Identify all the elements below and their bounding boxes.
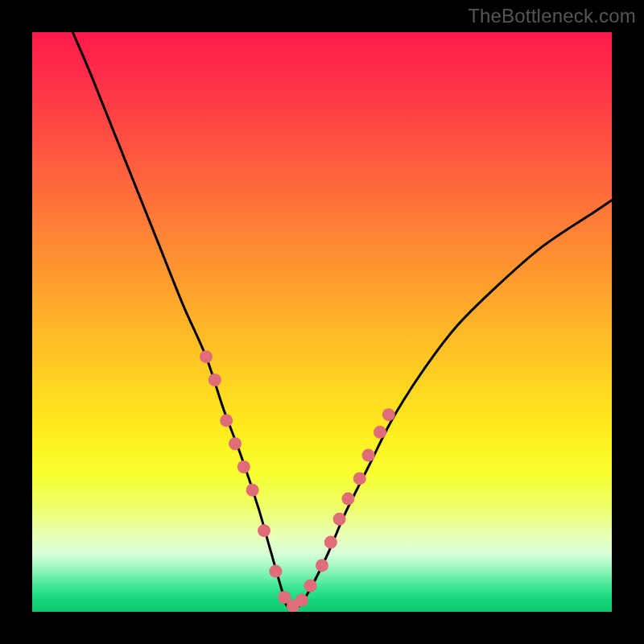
curve-marker-dot [269, 565, 282, 578]
curve-marker-dot [382, 408, 395, 421]
curve-marker-dot [353, 472, 366, 485]
watermark-text: TheBottleneck.com [468, 5, 636, 27]
curve-marker-dot [374, 426, 386, 439]
curve-marker-dot [341, 493, 354, 506]
curve-layer [32, 32, 612, 612]
curve-marker-dot [324, 536, 337, 549]
curve-marker-dot [295, 594, 308, 607]
curve-marker-dot [316, 559, 328, 572]
curve-marker-dot [304, 580, 317, 592]
curve-marker-dot [237, 460, 250, 473]
curve-marker-dot [258, 524, 270, 537]
curve-marker-dot [333, 513, 346, 526]
curve-markers [200, 350, 395, 612]
curve-marker-dot [200, 350, 213, 363]
curve-marker-dot [362, 449, 375, 462]
chart-frame: TheBottleneck.com [0, 0, 644, 644]
plot-area [32, 32, 612, 612]
curve-marker-dot [208, 374, 221, 386]
curve-marker-dot [220, 414, 233, 427]
curve-marker-dot [246, 484, 259, 497]
curve-marker-dot [229, 437, 242, 450]
